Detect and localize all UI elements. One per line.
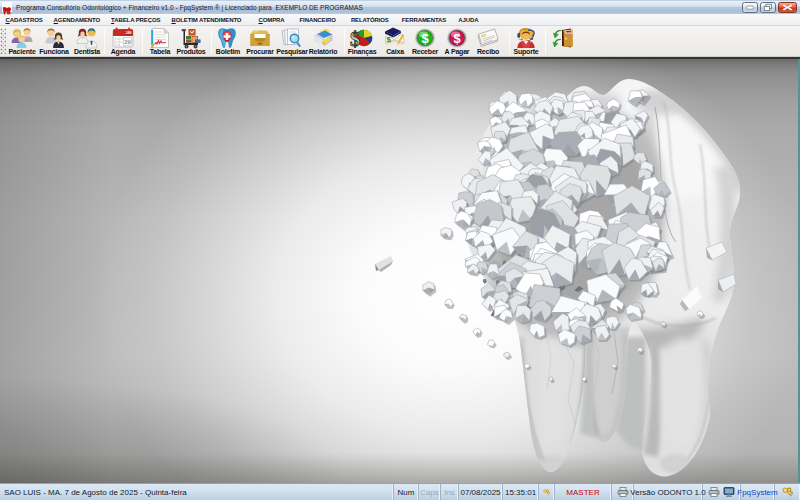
svg-text:EXIT: EXIT (566, 31, 572, 34)
svg-text:$: $ (387, 35, 392, 44)
svg-text:JAN: JAN (125, 31, 131, 35)
svg-text:$: $ (350, 28, 360, 50)
svg-text:29: 29 (124, 39, 131, 45)
svg-text:$: $ (421, 31, 429, 46)
svg-text:$: $ (453, 31, 461, 46)
